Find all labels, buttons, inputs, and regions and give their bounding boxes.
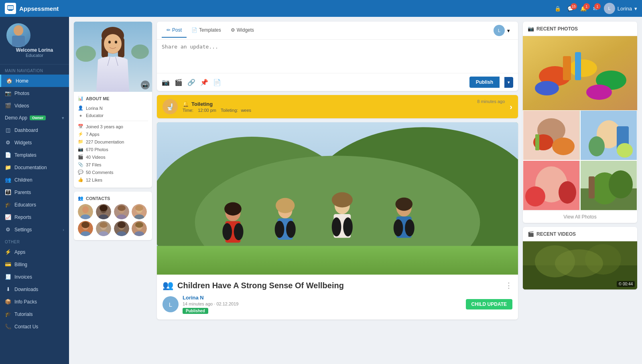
tab-templates[interactable]: 📄 Templates	[187, 23, 226, 38]
about-photos-row: 📷 670 Photos	[78, 146, 148, 153]
svg-rect-63	[575, 52, 581, 80]
bell-icon-wrap[interactable]: 🔔 1	[580, 6, 587, 12]
apps-icon: ⚡	[5, 249, 11, 255]
contact-avatar-4[interactable]	[132, 204, 147, 219]
sidebar-item-contact-us[interactable]: 📞 Contact Us	[0, 320, 69, 333]
svg-point-24	[81, 222, 89, 228]
sidebar-welcome: Welcome Lorina	[6, 47, 63, 53]
sidebar-item-invoices[interactable]: 🧾 Invoices	[0, 271, 69, 283]
notification-arrow[interactable]: ›	[510, 102, 512, 111]
about-videos-row: 🎬 40 Videos	[78, 153, 148, 161]
sidebar-item-billing[interactable]: 💳 Billing	[0, 258, 69, 271]
recent-videos-header: 🎬 RECENT VIDEOS	[523, 227, 637, 241]
svg-point-58	[569, 59, 597, 77]
profile-card-image: 📷	[74, 22, 152, 92]
post-textarea-wrap	[157, 40, 518, 73]
publish-dropdown-button[interactable]: ▾	[504, 77, 513, 88]
profile-camera-icon[interactable]: 📷	[141, 81, 150, 89]
attach-tool-icon[interactable]: 📌	[200, 79, 208, 86]
mail-icon-wrap[interactable]: ✉ 1	[593, 6, 597, 12]
sidebar-item-tutorials[interactable]: 🎓 Tutorials	[0, 308, 69, 320]
sidebar-item-label: Settings	[14, 227, 32, 233]
view-all-photos-button[interactable]: View All Photos	[523, 210, 637, 223]
camera-icon: 📷	[78, 147, 83, 152]
sidebar-item-parents[interactable]: 👨‍👩‍👧 Parents	[0, 186, 69, 198]
brand-icon	[5, 3, 16, 14]
lightning-icon: ⚡	[78, 131, 83, 137]
publish-button[interactable]: Publish	[469, 77, 500, 88]
post-card-image	[157, 122, 518, 275]
person-icon: 👤	[78, 105, 83, 111]
dashboard-icon: ◫	[5, 127, 11, 133]
recent-photo-main[interactable]	[523, 36, 637, 110]
contact-avatar-1[interactable]	[78, 204, 93, 219]
post-avatar-dropdown[interactable]: L ▾	[490, 22, 513, 39]
child-update-button[interactable]: CHILD UPDATE	[466, 299, 512, 309]
contact-avatar-3[interactable]	[114, 204, 129, 219]
chat-icon-wrap[interactable]: 💬 15	[567, 6, 574, 12]
tab-widgets[interactable]: ⚙ Widgets	[226, 23, 259, 38]
main-layout: Welcome Lorina Educator Main Navigation …	[0, 17, 642, 364]
recent-photo-thumb-3[interactable]	[523, 160, 580, 210]
svg-point-60	[535, 81, 559, 95]
svg-point-76	[525, 186, 545, 206]
sidebar-item-videos[interactable]: 🎬 Videos	[0, 99, 69, 112]
sidebar-item-reports[interactable]: 📈 Reports	[0, 211, 69, 223]
main-content: 📷 📊 ABOUT ME 👤 Lorina N ● Educator	[69, 17, 642, 364]
sidebar-item-children[interactable]: 👥 Children	[0, 174, 69, 186]
recent-photos-row-1	[523, 110, 637, 160]
svg-point-71	[589, 136, 605, 156]
post-toolbar: 📷 🎬 🔗 📌 📄 Publish ▾	[157, 73, 518, 91]
contact-avatar-5[interactable]	[78, 221, 93, 236]
sidebar-item-dashboard[interactable]: ◫ Dashboard	[0, 124, 69, 136]
svg-point-50	[343, 217, 353, 236]
contact-avatar-8[interactable]	[132, 221, 147, 236]
sidebar-item-photos[interactable]: 📷 Photos	[0, 87, 69, 99]
post-author-name[interactable]: Lorina N	[183, 295, 462, 301]
post-card-menu-icon[interactable]: ⋮	[505, 281, 512, 290]
recent-photo-thumb-1[interactable]	[523, 110, 580, 160]
svg-point-73	[617, 143, 633, 158]
post-timestamp: 14 minutes ago · 02.12.2019	[183, 301, 462, 306]
about-files-row: 📎 37 Files	[78, 161, 148, 168]
sidebar-item-documentation[interactable]: 📁 Documentation	[0, 161, 69, 174]
video-tool-icon[interactable]: 🎬	[175, 79, 183, 86]
lock-icon-wrap[interactable]: 🔒	[555, 6, 561, 12]
sidebar-item-educators[interactable]: 🎓 Educators	[0, 198, 69, 211]
sidebar-item-label: Children	[14, 177, 33, 183]
user-menu[interactable]: L Lorina ▾	[604, 3, 637, 14]
post-card-meta: L Lorina N 14 minutes ago · 02.12.2019 P…	[163, 295, 512, 314]
post-textarea[interactable]	[162, 44, 513, 68]
sidebar-item-settings[interactable]: ⚙ Settings ›	[0, 223, 69, 236]
svg-rect-5	[12, 36, 25, 47]
about-comments-row: 💬 50 Comments	[78, 168, 148, 176]
sidebar-item-label: Apps	[14, 249, 25, 255]
svg-point-44	[275, 221, 284, 238]
sidebar-item-label: Info Packs	[14, 299, 37, 305]
demo-app-arrow[interactable]: ▾	[62, 115, 64, 121]
recent-photo-thumb-4[interactable]	[580, 160, 638, 210]
contact-avatar-6[interactable]	[96, 221, 111, 236]
post-box: ✏ Post 📄 Templates ⚙ Widgets L ▾	[157, 22, 518, 91]
link-tool-icon[interactable]: 🔗	[187, 79, 195, 86]
recent-video-thumb[interactable]: © 00:44	[523, 241, 637, 289]
sidebar-item-widgets[interactable]: ⚙ Widgets	[0, 136, 69, 149]
sidebar-item-home[interactable]: 🏠 Home	[0, 75, 69, 87]
contact-avatar-7[interactable]	[114, 221, 129, 236]
sidebar-item-templates[interactable]: 📄 Templates	[0, 149, 69, 161]
chat-badge: 15	[571, 3, 577, 10]
svg-point-8	[131, 44, 149, 59]
sidebar-item-downloads[interactable]: ⬇ Downloads	[0, 283, 69, 295]
tab-post[interactable]: ✏ Post	[162, 23, 187, 38]
recent-photo-thumb-2[interactable]	[580, 110, 638, 160]
sidebar-item-apps[interactable]: ⚡ Apps	[0, 246, 69, 258]
notification-title-icon: 🔔	[183, 101, 189, 107]
svg-rect-3	[8, 6, 13, 9]
main-nav-label: Main Navigation	[0, 65, 69, 75]
sidebar-item-info-packs[interactable]: 📦 Info Packs	[0, 295, 69, 308]
svg-point-15	[115, 41, 117, 44]
doc-tool-icon[interactable]: 📄	[213, 79, 221, 86]
svg-point-7	[76, 46, 96, 62]
contact-avatar-2[interactable]	[96, 204, 111, 219]
camera-tool-icon[interactable]: 📷	[162, 79, 170, 86]
